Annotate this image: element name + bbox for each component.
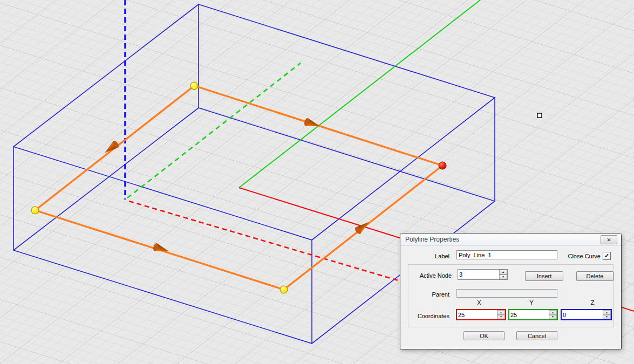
label-field-label: Label bbox=[400, 253, 449, 259]
active-node-label: Active Node bbox=[400, 272, 452, 279]
spinner-up-icon[interactable]: ▲ bbox=[499, 270, 507, 274]
spinner-up-icon[interactable]: ▲ bbox=[603, 310, 611, 315]
spinner-up-icon[interactable]: ▲ bbox=[549, 310, 557, 315]
pick-point-marker bbox=[537, 113, 542, 118]
insert-button[interactable]: Insert bbox=[525, 271, 563, 281]
parent-label: Parent bbox=[400, 291, 449, 298]
cancel-button[interactable]: Cancel bbox=[516, 331, 557, 340]
dialog-title: Polyline Properties bbox=[405, 233, 459, 245]
polyline-node-active[interactable] bbox=[439, 162, 446, 169]
close-icon: ✕ bbox=[607, 237, 611, 243]
coordinate-y-spinner[interactable]: ▲ ▼ bbox=[508, 309, 558, 320]
close-curve-label: Close Curve bbox=[568, 253, 601, 259]
close-button[interactable]: ✕ bbox=[601, 235, 617, 244]
coordinates-label: Coordinates bbox=[400, 313, 449, 319]
active-node-spinner[interactable]: ▲ ▼ bbox=[458, 269, 508, 280]
spinner-down-icon[interactable]: ▼ bbox=[549, 315, 557, 320]
checkmark-icon: ✓ bbox=[604, 252, 609, 259]
coord-header-y: Y bbox=[510, 299, 553, 306]
coordinate-y-input[interactable] bbox=[509, 310, 549, 319]
polyline-node[interactable] bbox=[280, 286, 288, 293]
polyline-node[interactable] bbox=[190, 82, 198, 90]
dialog-titlebar[interactable]: Polyline Properties ✕ bbox=[400, 233, 621, 246]
coordinate-x-input[interactable] bbox=[457, 310, 497, 319]
close-curve-checkbox[interactable]: ✓ bbox=[603, 252, 611, 260]
direction-arrow-cone bbox=[102, 140, 120, 156]
spinner-down-icon[interactable]: ▼ bbox=[499, 274, 507, 279]
spinner-up-icon[interactable]: ▲ bbox=[497, 310, 505, 315]
coordinate-z-spinner[interactable]: ▲ ▼ bbox=[561, 309, 612, 320]
coordinate-z-input[interactable] bbox=[562, 310, 603, 319]
ok-button[interactable]: OK bbox=[463, 331, 505, 340]
label-input[interactable] bbox=[456, 250, 557, 259]
spinner-down-icon[interactable]: ▼ bbox=[603, 315, 611, 320]
coordinate-x-spinner[interactable]: ▲ ▼ bbox=[456, 309, 506, 320]
polyline-properties-dialog[interactable]: Polyline Properties ✕ Label Close Curve … bbox=[400, 233, 622, 349]
active-node-input[interactable] bbox=[458, 270, 499, 279]
polyline-path[interactable] bbox=[35, 86, 442, 290]
y-axis-dashed bbox=[127, 63, 301, 198]
direction-arrow-cone bbox=[303, 118, 321, 131]
polyline-node[interactable] bbox=[31, 207, 39, 214]
coord-header-z: Z bbox=[571, 299, 614, 306]
x-axis-dashed bbox=[129, 201, 404, 282]
spinner-down-icon[interactable]: ▼ bbox=[497, 315, 505, 320]
parent-input bbox=[456, 289, 557, 298]
modeler-viewport[interactable]: Polyline Properties ✕ Label Close Curve … bbox=[0, 0, 634, 364]
delete-button[interactable]: Delete bbox=[576, 271, 613, 281]
coord-header-x: X bbox=[458, 299, 501, 306]
